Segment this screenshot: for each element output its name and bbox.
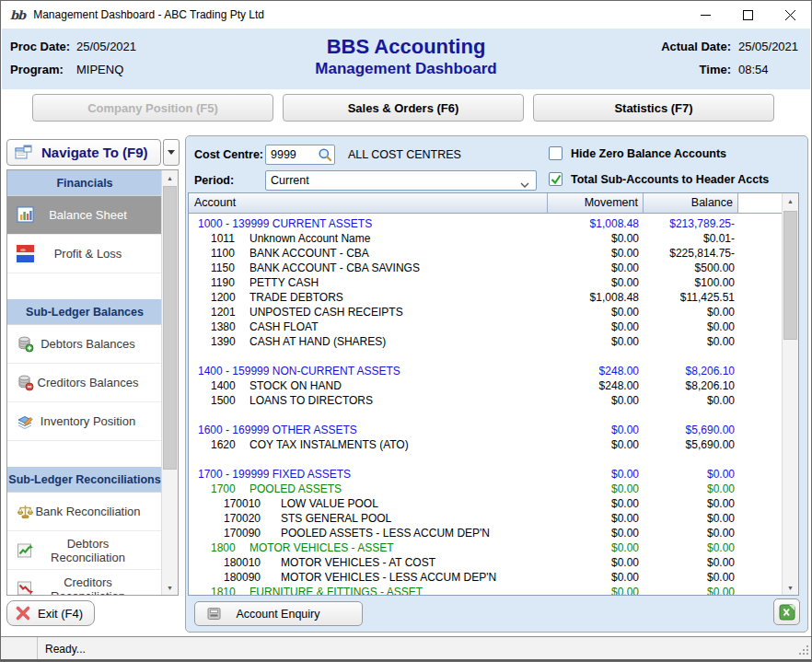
table-row-170090[interactable]: 170090POOLED ASSETS - LESS ACCUM DEP'N$0…: [189, 526, 782, 540]
balance-cell: $0.00: [644, 482, 738, 496]
excel-export-button[interactable]: [773, 598, 800, 625]
table-row-1800[interactable]: 1800MOTOR VEHICLES - ASSET$0.00$0.00: [189, 540, 782, 555]
hide-zero-checkbox[interactable]: [549, 146, 563, 160]
table-row-1190[interactable]: 1190PETTY CASH$0.00$100.00: [189, 275, 782, 290]
account-cell: 170020STS GENERAL POOL: [189, 511, 548, 526]
table-row-1150[interactable]: 1150BANK ACCOUNT - CBA SAVINGS$0.00$500.…: [189, 261, 782, 275]
table-row-1700-199999-fixed-assets[interactable]: 1700 - 199999 FIXED ASSETS$0.00$0.00: [189, 467, 782, 482]
balance-cell: $0.00: [644, 585, 738, 595]
table-row-1011[interactable]: 1011Unknown Account Name$0.00$0.01-: [189, 231, 782, 246]
account-cell: 1190PETTY CASH: [189, 275, 548, 290]
balance-cell: $0.00: [644, 526, 738, 540]
movement-cell: $248.00: [548, 378, 644, 393]
account-number: 170090: [224, 526, 261, 540]
sidebar-item-creditors-reconciliation[interactable]: Creditors Reconciliation: [7, 570, 162, 595]
table-row-1200[interactable]: 1200TRADE DEBTORS$1,008.48$11,425.51: [189, 290, 782, 305]
table-row-1400[interactable]: 1400STOCK ON HAND$248.00$8,206.10: [189, 378, 782, 393]
navigate-to-label: Navigate To (F9): [41, 145, 148, 160]
scroll-up-icon[interactable]: ▲: [783, 193, 798, 208]
tab-sales-orders[interactable]: Sales & Orders (F6): [283, 94, 524, 122]
sidebar-item-balance-sheet[interactable]: Balance Sheet: [7, 196, 162, 235]
maximize-button[interactable]: [726, 1, 769, 29]
account-name: POOLED ASSETS - LESS ACCUM DEP'N: [281, 526, 490, 540]
table-row-180010[interactable]: 180010MOTOR VEHICLES - AT COST$0.00$0.00: [189, 555, 782, 570]
table-row-1700[interactable]: 1700POOLED ASSETS$0.00$0.00: [189, 482, 782, 496]
status-bar: Ready...: [1, 636, 811, 661]
account-number: 1700: [211, 482, 236, 496]
table-row-1600-169999-other-assets[interactable]: 1600 - 169999 OTHER ASSETS$0.00$5,690.00: [189, 423, 782, 437]
account-enquiry-button[interactable]: Account Enquiry: [194, 601, 363, 626]
chevron-down-icon: [168, 150, 175, 155]
table-scrollbar[interactable]: ▲ ▼: [782, 193, 798, 595]
account-name: COY TAX INSTALMENTS (ATO): [249, 437, 409, 452]
table-row-1201[interactable]: 1201UNPOSTED CASH RECEIPTS$0.00$0.00: [189, 305, 782, 319]
scrollbar-thumb[interactable]: [783, 211, 797, 340]
table-row-170020[interactable]: 170020STS GENERAL POOL$0.00$0.00: [189, 511, 782, 526]
total-sub-checkbox[interactable]: [549, 172, 563, 186]
scroll-up-icon[interactable]: ▲: [162, 170, 178, 185]
movement-cell: $0.00: [548, 526, 644, 540]
close-button[interactable]: [769, 1, 811, 29]
sidebar-item-debtors-balances[interactable]: Debtors Balances: [7, 325, 162, 364]
account-number: 1700 - 199999 FIXED ASSETS: [198, 467, 351, 482]
table-row-1810[interactable]: 1810FURNITURE & FITTINGS - ASSET$0.00$0.…: [189, 585, 782, 595]
column-header-movement[interactable]: Movement: [548, 193, 644, 213]
table-row-1100[interactable]: 1100BANK ACCOUNT - CBA$0.00$225,814.75-: [189, 246, 782, 261]
movement-cell: $0.00: [548, 393, 644, 408]
account-name: Unknown Account Name: [249, 231, 370, 246]
exit-button[interactable]: Exit (F4): [6, 600, 95, 626]
balance-cell: $213,789.25-: [644, 216, 738, 231]
account-name: MOTOR VEHICLES - AT COST: [281, 555, 435, 570]
table-row-170010[interactable]: 170010LOW VALUE POOL$0.00$0.00: [189, 496, 782, 511]
sidebar-item-creditors-balances[interactable]: Creditors Balances: [7, 364, 162, 402]
sidebar-section-sub-ledger-balances: Sub-Ledger Balances: [7, 299, 162, 325]
account-number: 1600 - 169999 OTHER ASSETS: [198, 423, 357, 437]
resize-grip-icon[interactable]: [798, 643, 809, 659]
sidebar-item-debtors-reconciliation[interactable]: Debtors Reconciliation: [7, 531, 162, 570]
account-name: UNPOSTED CASH RECEIPTS: [249, 305, 403, 319]
table-row-1400-159999-non-current-assets[interactable]: 1400 - 159999 NON-CURRENT ASSETS$248.00$…: [189, 364, 782, 378]
movement-cell: $0.00: [548, 231, 644, 246]
balance-cell: $0.00: [644, 511, 738, 526]
navigate-dropdown-button[interactable]: [163, 139, 180, 166]
sidebar-item-bank-reconciliation[interactable]: Bank Reconciliation: [7, 493, 162, 531]
account-cell: 1380CASH FLOAT: [189, 319, 548, 334]
sidebar-item-profit-loss[interactable]: Profit & Loss: [7, 235, 162, 273]
period-select[interactable]: Current: [265, 170, 537, 191]
sidebar-item-inventory-position[interactable]: Inventory Position: [7, 402, 162, 441]
movement-cell: $0.00: [548, 496, 644, 511]
balance-cell: $8,206.10: [644, 364, 738, 378]
tab-company-position[interactable]: Company Position (F5): [32, 94, 273, 122]
column-header-balance[interactable]: Balance: [644, 193, 738, 213]
table-row-1380[interactable]: 1380CASH FLOAT$0.00$0.00: [189, 319, 782, 334]
tab-statistics[interactable]: Statistics (F7): [533, 94, 774, 122]
table-header: Account Movement Balance: [189, 193, 798, 214]
scrollbar-thumb[interactable]: [163, 186, 177, 470]
header-right: Actual Date:25/05/2021 Time:08:54: [661, 35, 803, 81]
movement-cell: $0.00: [548, 261, 644, 275]
table-row-1000-139999-current-assets[interactable]: 1000 - 139999 CURRENT ASSETS$1,008.48$21…: [189, 216, 782, 231]
excel-export-icon: [779, 604, 795, 621]
minimize-button[interactable]: [684, 1, 726, 29]
account-cell: 1700POOLED ASSETS: [189, 482, 548, 496]
table-row-180090[interactable]: 180090MOTOR VEHICLES - LESS ACCUM DEP'N$…: [189, 570, 782, 585]
search-icon[interactable]: [318, 147, 332, 162]
sidebar-scrollbar[interactable]: ▲ ▼: [161, 170, 178, 595]
column-header-account[interactable]: Account: [189, 193, 548, 213]
scroll-down-icon[interactable]: ▼: [783, 580, 798, 595]
maximize-icon: [743, 10, 753, 20]
title-bar: bb Management Dashboard - ABC Trading Pt…: [1, 1, 811, 29]
scroll-down-icon[interactable]: ▼: [162, 580, 178, 595]
movement-cell: $0.00: [548, 423, 644, 437]
account-name: BANK ACCOUNT - CBA SAVINGS: [249, 261, 420, 275]
account-cell: 1600 - 169999 OTHER ASSETS: [189, 423, 548, 437]
account-name: MOTOR VEHICLES - LESS ACCUM DEP'N: [281, 570, 496, 585]
hide-zero-checkbox-row: Hide Zero Balance Accounts: [549, 146, 726, 160]
table-row-1390[interactable]: 1390CASH AT HAND (SHARES)$0.00$0.00: [189, 334, 782, 349]
navigate-to-button[interactable]: Navigate To (F9): [6, 139, 161, 166]
table-row-1500[interactable]: 1500LOANS TO DIRECTORS$0.00$0.00: [189, 393, 782, 408]
table-row-1620[interactable]: 1620COY TAX INSTALMENTS (ATO)$0.00$5,690…: [189, 437, 782, 452]
account-name: STOCK ON HAND: [249, 378, 342, 393]
time-value: 08:54: [738, 58, 803, 81]
movement-cell: $0.00: [548, 437, 644, 452]
